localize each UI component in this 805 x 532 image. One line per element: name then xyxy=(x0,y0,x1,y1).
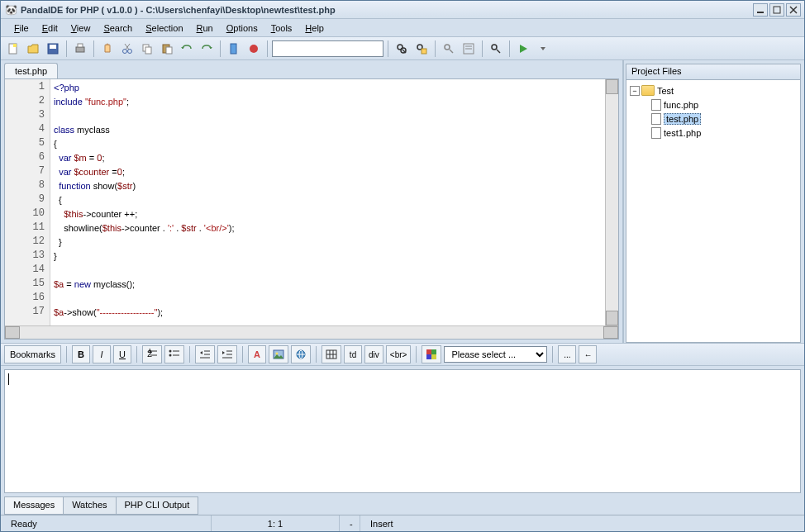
bottom-tab-watches[interactable]: Watches xyxy=(63,496,116,515)
find-button[interactable] xyxy=(393,40,411,58)
svg-rect-9 xyxy=(78,44,83,47)
image-button[interactable] xyxy=(269,345,288,363)
svg-point-38 xyxy=(169,354,172,357)
svg-rect-17 xyxy=(166,47,172,54)
format-toolbar: Bookmarks B I U 12 A td div <br> Please … xyxy=(1,343,804,366)
svg-rect-57 xyxy=(426,354,431,359)
indent-button[interactable] xyxy=(217,345,237,363)
status-position: 1: 1 xyxy=(212,515,340,531)
status-ready: Ready xyxy=(1,515,212,531)
menu-help[interactable]: Help xyxy=(298,21,331,35)
menu-run[interactable]: Run xyxy=(190,21,220,35)
open-file-button[interactable] xyxy=(24,40,42,58)
menu-tools[interactable]: Tools xyxy=(264,21,299,35)
app-icon: 🐼 xyxy=(4,3,17,17)
back-button[interactable]: ← xyxy=(579,345,597,363)
copy-button[interactable] xyxy=(138,40,156,58)
svg-point-10 xyxy=(123,49,127,53)
menu-selection[interactable]: Selection xyxy=(139,21,189,35)
breakpoint-button[interactable] xyxy=(245,40,263,58)
minimize-button[interactable] xyxy=(753,3,768,17)
horizontal-scrollbar[interactable] xyxy=(5,325,618,339)
maximize-button[interactable] xyxy=(769,3,784,17)
find-in-files-button[interactable] xyxy=(440,40,458,58)
bookmark-button[interactable] xyxy=(225,40,243,58)
run-button[interactable] xyxy=(514,40,532,58)
svg-rect-7 xyxy=(50,45,56,49)
template-select[interactable]: Please select ... xyxy=(444,346,547,363)
status-mode: Insert xyxy=(360,515,804,531)
svg-line-26 xyxy=(450,50,453,53)
tree-file[interactable]: test1.php xyxy=(630,126,797,140)
table-button[interactable] xyxy=(322,345,341,363)
goto-line-button[interactable] xyxy=(460,40,478,58)
close-button[interactable] xyxy=(786,3,801,17)
menu-search[interactable]: Search xyxy=(97,21,139,35)
tree-file[interactable]: test.php xyxy=(630,112,797,126)
font-color-button[interactable]: A xyxy=(248,345,266,363)
bottom-tab-php-cli-output[interactable]: PHP CLI Output xyxy=(116,496,199,515)
bold-button[interactable]: B xyxy=(72,345,90,363)
menu-edit[interactable]: Edit xyxy=(36,21,64,35)
svg-text:2: 2 xyxy=(147,349,152,359)
editor-tab[interactable]: test.php xyxy=(4,63,58,78)
toolbar xyxy=(1,37,804,60)
vertical-scrollbar[interactable] xyxy=(605,79,618,325)
svg-line-13 xyxy=(125,44,129,50)
undo-button[interactable] xyxy=(178,40,196,58)
status-dash: - xyxy=(340,515,360,531)
ordered-list-button[interactable]: 12 xyxy=(142,345,162,363)
code-editor[interactable]: 1234567891011121314151617 <?phpinclude "… xyxy=(4,78,619,340)
link-button[interactable] xyxy=(291,345,311,363)
color-palette-button[interactable] xyxy=(422,345,441,363)
svg-rect-8 xyxy=(76,47,84,52)
window-title: PandaIDE for PHP ( v1.0.0 ) - C:\Users\c… xyxy=(21,5,753,15)
menu-options[interactable]: Options xyxy=(220,21,264,35)
print-button[interactable] xyxy=(71,40,89,58)
code-area[interactable]: <?phpinclude "func.php";class myclass{ v… xyxy=(50,79,605,325)
editor-pane: test.php 1234567891011121314151617 <?php… xyxy=(1,60,624,343)
paste-button[interactable] xyxy=(158,40,176,58)
bottom-tab-messages[interactable]: Messages xyxy=(4,496,64,515)
cut-button[interactable] xyxy=(118,40,136,58)
outdent-button[interactable] xyxy=(195,345,215,363)
italic-button[interactable]: I xyxy=(93,345,111,363)
run-dropdown-button[interactable] xyxy=(534,40,552,58)
svg-rect-56 xyxy=(431,349,436,354)
find-next-button[interactable] xyxy=(487,40,505,58)
tree-root[interactable]: −Test xyxy=(630,83,797,97)
svg-line-12 xyxy=(126,44,130,50)
br-button[interactable]: <br> xyxy=(386,345,412,363)
statusbar: Ready 1: 1 - Insert xyxy=(1,515,804,531)
svg-rect-55 xyxy=(426,349,431,354)
svg-point-36 xyxy=(169,350,172,353)
new-file-button[interactable] xyxy=(4,40,22,58)
menu-view[interactable]: View xyxy=(64,21,98,35)
more-button[interactable]: ... xyxy=(558,345,576,363)
svg-point-11 xyxy=(128,49,132,53)
project-tree[interactable]: −Testfunc.phptest.phptest1.php xyxy=(626,80,801,343)
svg-point-30 xyxy=(492,45,497,50)
underline-button[interactable]: U xyxy=(113,345,131,363)
unordered-list-button[interactable] xyxy=(164,345,184,363)
find-replace-button[interactable] xyxy=(412,40,431,58)
bottom-tabs: MessagesWatchesPHP CLI Output xyxy=(1,496,804,515)
svg-rect-5 xyxy=(13,44,17,47)
line-gutter: 1234567891011121314151617 xyxy=(5,79,50,325)
project-files-header: Project Files xyxy=(626,64,801,80)
menu-file[interactable]: File xyxy=(7,21,36,35)
div-button[interactable]: div xyxy=(364,345,383,363)
save-button[interactable] xyxy=(44,40,62,58)
redo-button[interactable] xyxy=(198,40,216,58)
bookmarks-label[interactable]: Bookmarks xyxy=(4,345,61,363)
svg-rect-1 xyxy=(774,7,780,13)
td-button[interactable]: td xyxy=(344,345,362,363)
svg-rect-24 xyxy=(422,49,426,54)
svg-point-25 xyxy=(445,45,450,50)
search-input[interactable] xyxy=(272,40,383,57)
svg-rect-15 xyxy=(145,47,151,54)
svg-rect-18 xyxy=(231,44,236,54)
output-area[interactable] xyxy=(4,369,801,493)
tree-file[interactable]: func.php xyxy=(630,97,797,112)
pan-button[interactable] xyxy=(98,40,117,58)
